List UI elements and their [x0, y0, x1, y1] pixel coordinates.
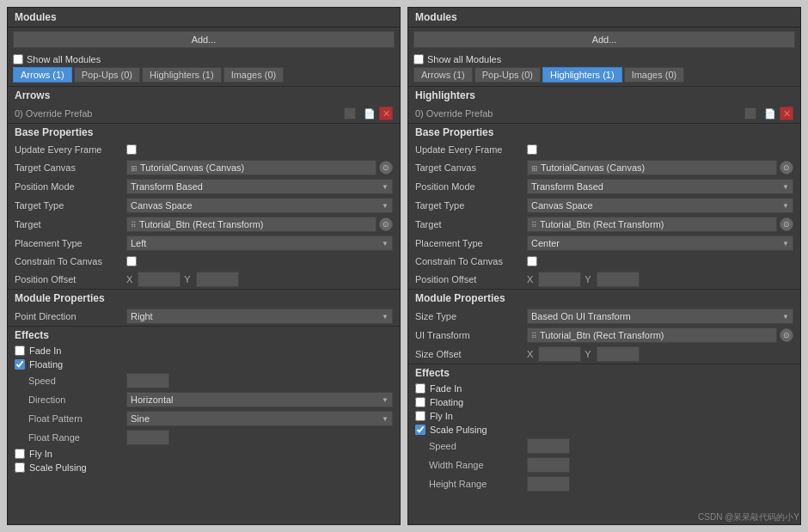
right-tab-highlighters[interactable]: Highlighters (1): [542, 67, 622, 83]
right-target-type-dropdown[interactable]: Canvas Space ▼: [527, 198, 793, 213]
right-width-range-label: Width Range: [415, 460, 527, 470]
left-position-mode-label: Position Mode: [15, 181, 126, 192]
left-target-type-dropdown[interactable]: Canvas Space ▼: [126, 198, 393, 213]
right-target-canvas-picker[interactable]: ⊙: [780, 161, 793, 174]
right-size-offset-x[interactable]: 20: [538, 346, 581, 362]
right-show-all-label: Show all Modules: [427, 54, 501, 64]
right-fade-in-checkbox[interactable]: [415, 383, 425, 394]
left-show-all-checkbox[interactable]: [13, 54, 23, 64]
left-fade-in-checkbox[interactable]: [15, 345, 25, 356]
right-size-type-dropdown[interactable]: Based On UI Transform ▼: [527, 309, 793, 324]
left-offset-y[interactable]: 0: [196, 272, 239, 287]
left-tab-highlighters[interactable]: Highlighters (1): [142, 67, 222, 83]
right-position-mode-row: Position Mode Transform Based ▼: [408, 177, 800, 196]
left-offset-x[interactable]: 0: [138, 272, 181, 287]
left-target-label: Target: [15, 219, 126, 229]
right-add-button[interactable]: Add...: [413, 31, 795, 48]
left-floating-row: Floating: [8, 358, 400, 371]
left-scale-pulsing-row: Scale Pulsing: [8, 461, 400, 474]
left-target-type-label: Target Type: [15, 200, 126, 211]
left-point-direction-dropdown[interactable]: Right ▼: [126, 309, 393, 324]
left-update-frame-label: Update Every Frame: [15, 144, 126, 155]
right-floating-checkbox[interactable]: [415, 397, 425, 407]
left-direction-arrow: ▼: [382, 396, 389, 404]
left-float-range-label: Float Range: [15, 432, 126, 443]
left-fly-in-checkbox[interactable]: [15, 449, 25, 459]
right-height-range-value[interactable]: 20: [527, 476, 570, 492]
right-position-mode-dropdown[interactable]: Transform Based ▼: [527, 179, 793, 194]
right-scale-pulsing-label: Scale Pulsing: [430, 425, 487, 435]
left-float-range-value[interactable]: 20: [126, 430, 169, 445]
left-base-props: Base Properties: [8, 123, 400, 141]
right-target-picker[interactable]: ⊙: [780, 217, 793, 231]
left-tab-arrows[interactable]: Arrows (1): [13, 67, 72, 83]
left-override-checkbox[interactable]: [344, 107, 356, 119]
left-scale-pulsing-label: Scale Pulsing: [29, 462, 87, 473]
right-target-canvas-field[interactable]: ⊞TutorialCanvas (Canvas): [527, 160, 777, 175]
left-constrain-row: Constrain To Canvas: [8, 253, 400, 270]
left-speed-value[interactable]: 20: [126, 373, 169, 388]
left-placement-type-label: Placement Type: [15, 238, 126, 248]
right-ui-transform-field[interactable]: ⠿Tutorial_Btn (Rect Transform): [527, 327, 777, 343]
left-module-props: Module Properties: [8, 289, 400, 307]
right-width-range-value[interactable]: 20: [527, 457, 570, 473]
right-size-offset-y[interactable]: 20: [597, 346, 640, 362]
left-tab-images[interactable]: Images (0): [223, 67, 285, 83]
left-tabs-row: Arrows (1) Pop-Ups (0) Highlighters (1) …: [8, 67, 400, 86]
right-speed-row: Speed 10: [408, 437, 800, 456]
right-speed-value[interactable]: 10: [527, 438, 570, 454]
right-size-offset-row: Size Offset X 20 Y 20: [408, 345, 800, 364]
left-update-frame-checkbox[interactable]: [126, 144, 137, 155]
left-target-type-row: Target Type Canvas Space ▼: [8, 196, 400, 215]
left-section-arrows: Arrows: [8, 86, 400, 104]
left-target-canvas-picker[interactable]: ⊙: [379, 161, 393, 174]
left-constrain-checkbox[interactable]: [126, 256, 137, 266]
right-target-type-arrow: ▼: [782, 202, 789, 210]
right-ui-transform-picker[interactable]: ⊙: [780, 328, 793, 342]
right-update-frame-checkbox[interactable]: [527, 144, 537, 155]
left-position-offset-row: Position Offset X 0 Y 0: [8, 270, 400, 289]
left-override-row: 0) Override Prefab 📄 ✕: [8, 104, 400, 123]
right-offset-y[interactable]: 0: [597, 272, 640, 287]
right-offset-x[interactable]: 0: [538, 272, 581, 287]
right-override-checkbox[interactable]: [744, 107, 756, 119]
left-position-mode-dropdown[interactable]: Transform Based ▼: [126, 179, 393, 194]
left-update-frame-row: Update Every Frame: [8, 141, 400, 158]
right-tab-images[interactable]: Images (0): [624, 67, 685, 83]
right-fly-in-checkbox[interactable]: [415, 411, 425, 421]
right-xy-row: X 0 Y 0: [527, 272, 640, 287]
right-tab-arrows[interactable]: Arrows (1): [413, 67, 473, 83]
right-scale-pulsing-checkbox[interactable]: [415, 425, 425, 435]
right-scale-pulsing-row: Scale Pulsing: [408, 423, 800, 437]
right-placement-type-dropdown[interactable]: Center ▼: [527, 235, 793, 251]
left-tab-popups[interactable]: Pop-Ups (0): [74, 67, 140, 83]
left-direction-dropdown[interactable]: Horizontal ▼: [126, 392, 393, 407]
left-target-picker[interactable]: ⊙: [379, 217, 393, 231]
left-target-field[interactable]: ⠿Tutorial_Btn (Rect Transform): [126, 217, 376, 232]
right-module-props: Module Properties: [408, 289, 800, 307]
left-scale-pulsing-checkbox[interactable]: [15, 462, 25, 473]
left-float-pattern-row: Float Pattern Sine ▼: [8, 409, 400, 428]
right-constrain-checkbox[interactable]: [527, 256, 537, 266]
right-copy-icon[interactable]: 📄: [763, 107, 777, 120]
left-floating-checkbox[interactable]: [15, 359, 25, 370]
left-point-direction-arrow: ▼: [382, 313, 389, 321]
left-speed-label: Speed: [15, 376, 126, 386]
right-fly-in-label: Fly In: [430, 411, 453, 421]
left-placement-type-arrow: ▼: [382, 240, 389, 248]
left-target-canvas-field[interactable]: ⊞TutorialCanvas (Canvas): [126, 160, 376, 175]
left-add-button[interactable]: Add...: [13, 31, 395, 48]
left-fly-in-label: Fly In: [29, 449, 52, 459]
right-target-field[interactable]: ⠿Tutorial_Btn (Rect Transform): [527, 217, 777, 232]
left-delete-icon[interactable]: ✕: [379, 107, 393, 120]
right-placement-type-label: Placement Type: [415, 238, 527, 248]
right-delete-icon[interactable]: ✕: [780, 107, 793, 120]
right-show-all-checkbox[interactable]: [413, 54, 424, 64]
left-float-pattern-label: Float Pattern: [15, 413, 126, 424]
right-target-type-label: Target Type: [415, 200, 527, 211]
left-float-pattern-dropdown[interactable]: Sine ▼: [126, 411, 393, 426]
left-placement-type-dropdown[interactable]: Left ▼: [126, 235, 393, 251]
right-tab-popups[interactable]: Pop-Ups (0): [474, 67, 541, 83]
right-height-range-label: Height Range: [415, 479, 527, 489]
left-copy-icon[interactable]: 📄: [363, 107, 376, 120]
